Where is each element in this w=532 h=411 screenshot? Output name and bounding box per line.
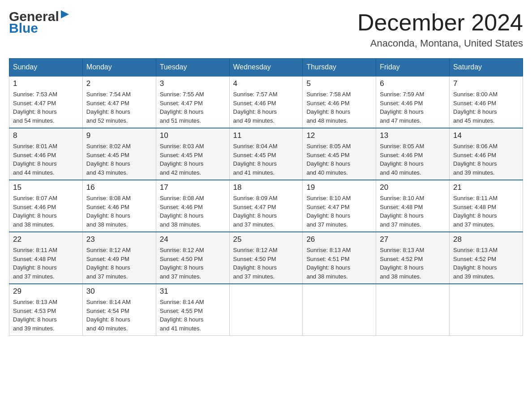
days-of-week-row: Sunday Monday Tuesday Wednesday Thursday… bbox=[9, 59, 523, 77]
day-number: 8 bbox=[13, 131, 79, 140]
day-number: 13 bbox=[380, 131, 446, 140]
day-info: Sunrise: 8:12 AMSunset: 4:50 PMDaylight:… bbox=[233, 246, 299, 281]
day-info: Sunrise: 8:05 AMSunset: 4:46 PMDaylight:… bbox=[380, 142, 446, 177]
calendar-cell: 1Sunrise: 7:53 AMSunset: 4:47 PMDaylight… bbox=[9, 76, 83, 128]
calendar-cell bbox=[450, 284, 523, 336]
calendar-cell: 24Sunrise: 8:12 AMSunset: 4:50 PMDayligh… bbox=[156, 232, 229, 284]
day-number: 19 bbox=[306, 183, 372, 192]
day-number: 29 bbox=[13, 287, 79, 296]
day-info: Sunrise: 8:04 AMSunset: 4:45 PMDaylight:… bbox=[233, 142, 299, 177]
calendar-cell: 8Sunrise: 8:01 AMSunset: 4:46 PMDaylight… bbox=[9, 128, 83, 180]
day-info: Sunrise: 8:01 AMSunset: 4:46 PMDaylight:… bbox=[13, 142, 79, 177]
calendar-cell: 28Sunrise: 8:13 AMSunset: 4:52 PMDayligh… bbox=[450, 232, 523, 284]
calendar-cell: 6Sunrise: 7:59 AMSunset: 4:46 PMDaylight… bbox=[376, 76, 450, 128]
day-info: Sunrise: 8:08 AMSunset: 4:46 PMDaylight:… bbox=[86, 194, 152, 229]
calendar-cell: 21Sunrise: 8:11 AMSunset: 4:48 PMDayligh… bbox=[450, 180, 523, 232]
calendar-cell: 23Sunrise: 8:12 AMSunset: 4:49 PMDayligh… bbox=[82, 232, 156, 284]
day-number: 28 bbox=[453, 235, 519, 244]
calendar-cell: 16Sunrise: 8:08 AMSunset: 4:46 PMDayligh… bbox=[82, 180, 156, 232]
calendar-cell bbox=[376, 284, 450, 336]
day-number: 23 bbox=[86, 235, 152, 244]
calendar-cell: 10Sunrise: 8:03 AMSunset: 4:45 PMDayligh… bbox=[156, 128, 229, 180]
calendar-cell: 12Sunrise: 8:05 AMSunset: 4:45 PMDayligh… bbox=[303, 128, 376, 180]
calendar-cell: 2Sunrise: 7:54 AMSunset: 4:47 PMDaylight… bbox=[82, 76, 156, 128]
title-section: December 2024 Anaconda, Montana, United … bbox=[357, 9, 523, 49]
day-info: Sunrise: 8:13 AMSunset: 4:52 PMDaylight:… bbox=[380, 246, 446, 281]
calendar-header: Sunday Monday Tuesday Wednesday Thursday… bbox=[9, 59, 523, 77]
month-title: December 2024 bbox=[357, 9, 523, 36]
day-info: Sunrise: 8:00 AMSunset: 4:46 PMDaylight:… bbox=[453, 90, 519, 125]
calendar-cell: 31Sunrise: 8:14 AMSunset: 4:55 PMDayligh… bbox=[156, 284, 229, 336]
calendar-cell bbox=[229, 284, 303, 336]
col-saturday: Saturday bbox=[450, 59, 523, 77]
col-sunday: Sunday bbox=[9, 59, 83, 77]
day-number: 3 bbox=[160, 79, 226, 88]
day-number: 30 bbox=[86, 287, 152, 296]
day-info: Sunrise: 7:55 AMSunset: 4:47 PMDaylight:… bbox=[160, 90, 226, 125]
day-info: Sunrise: 7:59 AMSunset: 4:46 PMDaylight:… bbox=[380, 90, 446, 125]
day-info: Sunrise: 8:14 AMSunset: 4:54 PMDaylight:… bbox=[86, 298, 152, 333]
col-monday: Monday bbox=[82, 59, 156, 77]
calendar-cell: 14Sunrise: 8:06 AMSunset: 4:46 PMDayligh… bbox=[450, 128, 523, 180]
calendar-cell: 5Sunrise: 7:58 AMSunset: 4:46 PMDaylight… bbox=[303, 76, 376, 128]
day-info: Sunrise: 8:05 AMSunset: 4:45 PMDaylight:… bbox=[306, 142, 372, 177]
day-number: 17 bbox=[160, 183, 226, 192]
calendar-cell: 30Sunrise: 8:14 AMSunset: 4:54 PMDayligh… bbox=[82, 284, 156, 336]
day-info: Sunrise: 8:13 AMSunset: 4:53 PMDaylight:… bbox=[13, 298, 79, 333]
day-number: 27 bbox=[380, 235, 446, 244]
day-info: Sunrise: 8:06 AMSunset: 4:46 PMDaylight:… bbox=[453, 142, 519, 177]
day-info: Sunrise: 8:03 AMSunset: 4:45 PMDaylight:… bbox=[160, 142, 226, 177]
day-number: 22 bbox=[13, 235, 79, 244]
day-number: 11 bbox=[233, 131, 299, 140]
day-info: Sunrise: 8:11 AMSunset: 4:48 PMDaylight:… bbox=[453, 194, 519, 229]
calendar-cell: 27Sunrise: 8:13 AMSunset: 4:52 PMDayligh… bbox=[376, 232, 450, 284]
calendar-cell: 19Sunrise: 8:10 AMSunset: 4:47 PMDayligh… bbox=[303, 180, 376, 232]
calendar-cell: 17Sunrise: 8:08 AMSunset: 4:46 PMDayligh… bbox=[156, 180, 229, 232]
calendar-body: 1Sunrise: 7:53 AMSunset: 4:47 PMDaylight… bbox=[9, 76, 523, 336]
calendar-week-row: 22Sunrise: 8:11 AMSunset: 4:48 PMDayligh… bbox=[9, 232, 523, 284]
calendar-cell: 4Sunrise: 7:57 AMSunset: 4:46 PMDaylight… bbox=[229, 76, 303, 128]
day-number: 16 bbox=[86, 183, 152, 192]
day-info: Sunrise: 7:57 AMSunset: 4:46 PMDaylight:… bbox=[233, 90, 299, 125]
day-number: 4 bbox=[233, 79, 299, 88]
calendar-week-row: 1Sunrise: 7:53 AMSunset: 4:47 PMDaylight… bbox=[9, 76, 523, 128]
calendar-cell: 3Sunrise: 7:55 AMSunset: 4:47 PMDaylight… bbox=[156, 76, 229, 128]
calendar-week-row: 29Sunrise: 8:13 AMSunset: 4:53 PMDayligh… bbox=[9, 284, 523, 336]
calendar-week-row: 8Sunrise: 8:01 AMSunset: 4:46 PMDaylight… bbox=[9, 128, 523, 180]
col-wednesday: Wednesday bbox=[229, 59, 303, 77]
day-info: Sunrise: 7:58 AMSunset: 4:46 PMDaylight:… bbox=[306, 90, 372, 125]
day-info: Sunrise: 8:10 AMSunset: 4:47 PMDaylight:… bbox=[306, 194, 372, 229]
calendar-cell bbox=[303, 284, 376, 336]
calendar-cell: 9Sunrise: 8:02 AMSunset: 4:45 PMDaylight… bbox=[82, 128, 156, 180]
day-number: 14 bbox=[453, 131, 519, 140]
day-info: Sunrise: 8:02 AMSunset: 4:45 PMDaylight:… bbox=[86, 142, 152, 177]
day-info: Sunrise: 8:13 AMSunset: 4:52 PMDaylight:… bbox=[453, 246, 519, 281]
logo: General Blue bbox=[9, 9, 70, 36]
calendar-cell: 18Sunrise: 8:09 AMSunset: 4:47 PMDayligh… bbox=[229, 180, 303, 232]
day-number: 31 bbox=[160, 287, 226, 296]
day-number: 18 bbox=[233, 183, 299, 192]
calendar-cell: 7Sunrise: 8:00 AMSunset: 4:46 PMDaylight… bbox=[450, 76, 523, 128]
day-info: Sunrise: 8:09 AMSunset: 4:47 PMDaylight:… bbox=[233, 194, 299, 229]
day-number: 24 bbox=[160, 235, 226, 244]
day-number: 12 bbox=[306, 131, 372, 140]
day-info: Sunrise: 8:14 AMSunset: 4:55 PMDaylight:… bbox=[160, 298, 226, 333]
svg-marker-0 bbox=[61, 10, 69, 18]
day-info: Sunrise: 8:12 AMSunset: 4:50 PMDaylight:… bbox=[160, 246, 226, 281]
day-number: 26 bbox=[306, 235, 372, 244]
day-info: Sunrise: 8:08 AMSunset: 4:46 PMDaylight:… bbox=[160, 194, 226, 229]
calendar-cell: 20Sunrise: 8:10 AMSunset: 4:48 PMDayligh… bbox=[376, 180, 450, 232]
day-number: 7 bbox=[453, 79, 519, 88]
calendar-cell: 29Sunrise: 8:13 AMSunset: 4:53 PMDayligh… bbox=[9, 284, 83, 336]
calendar-cell: 11Sunrise: 8:04 AMSunset: 4:45 PMDayligh… bbox=[229, 128, 303, 180]
calendar-cell: 22Sunrise: 8:11 AMSunset: 4:48 PMDayligh… bbox=[9, 232, 83, 284]
day-info: Sunrise: 8:11 AMSunset: 4:48 PMDaylight:… bbox=[13, 246, 79, 281]
day-number: 10 bbox=[160, 131, 226, 140]
calendar-table: Sunday Monday Tuesday Wednesday Thursday… bbox=[9, 58, 523, 336]
day-info: Sunrise: 8:13 AMSunset: 4:51 PMDaylight:… bbox=[306, 246, 372, 281]
page-header: General Blue December 2024 Anaconda, Mon… bbox=[9, 9, 523, 49]
day-info: Sunrise: 8:12 AMSunset: 4:49 PMDaylight:… bbox=[86, 246, 152, 281]
day-info: Sunrise: 7:53 AMSunset: 4:47 PMDaylight:… bbox=[13, 90, 79, 125]
logo-blue-text: Blue bbox=[9, 21, 38, 35]
day-number: 15 bbox=[13, 183, 79, 192]
